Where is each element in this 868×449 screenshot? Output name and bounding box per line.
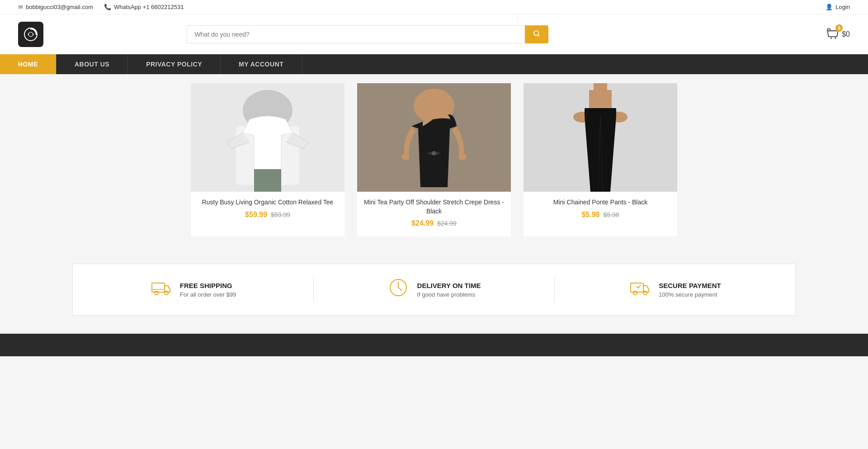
svg-rect-21: [585, 108, 616, 116]
phone-contact: 📞 WhatsApp +1 6602212531: [104, 4, 184, 10]
product-card[interactable]: Rusty Busy Living Organic Cotton Relaxed…: [191, 83, 344, 236]
product-card[interactable]: Mini Tea Party Off Shoulder Stretch Crep…: [357, 83, 511, 236]
product-info: Mini Chained Ponte Pants - Black $5.98 $…: [524, 192, 677, 228]
search-icon: [533, 30, 540, 37]
products-grid: Rusty Busy Living Organic Cotton Relaxed…: [72, 83, 796, 236]
feature-sub: 100% secure payment: [659, 291, 721, 298]
price-sale: $24.99: [411, 219, 434, 227]
products-section: Rusty Busy Living Organic Cotton Relaxed…: [0, 74, 868, 255]
feature-sub: For all order over $99: [180, 291, 236, 298]
svg-point-13: [432, 151, 436, 156]
product-image: [524, 83, 677, 192]
header: 0 $0: [0, 14, 868, 54]
feature-delivery: DELIVERY ON TIME If good have problems: [314, 277, 555, 302]
product-prices: $59.99 $59.99: [196, 211, 339, 219]
cart-total: $0: [842, 30, 850, 38]
svg-point-12: [414, 89, 454, 123]
product-prices: $5.98 $5.98: [529, 211, 672, 219]
feature-title: DELIVERY ON TIME: [417, 282, 481, 289]
feature-title: FREE SHIPPING: [180, 282, 236, 289]
svg-point-1: [29, 33, 33, 36]
phone-icon: 📞: [104, 4, 111, 10]
search-wrap: [187, 25, 548, 43]
phone-text: WhatsApp +1 6602212531: [114, 4, 184, 10]
logo[interactable]: [18, 22, 43, 47]
product-card[interactable]: Mini Chained Ponte Pants - Black $5.98 $…: [524, 83, 677, 236]
svg-rect-24: [152, 283, 165, 292]
top-bar: ✉ bobbigucci03@gmail.com 📞 WhatsApp +1 6…: [0, 0, 868, 14]
cart-wrap[interactable]: 0 $0: [826, 27, 850, 42]
product-name: Mini Chained Ponte Pants - Black: [529, 198, 672, 207]
feature-title: SECURE PAYMENT: [659, 282, 721, 289]
product-image: [191, 83, 344, 192]
email-contact: ✉ bobbigucci03@gmail.com: [18, 4, 93, 10]
product-image-dress: [357, 83, 511, 192]
svg-rect-10: [254, 169, 281, 192]
nav-item-home[interactable]: HOME: [0, 54, 57, 74]
feature-secure-payment: SECURE PAYMENT 100% secure payment: [555, 277, 795, 302]
search-button[interactable]: [525, 25, 548, 43]
top-bar-left: ✉ bobbigucci03@gmail.com 📞 WhatsApp +1 6…: [18, 4, 826, 10]
nav-item-privacy[interactable]: PRIVACY POLICY: [128, 54, 221, 74]
svg-point-2: [534, 31, 539, 36]
login-link[interactable]: Login: [835, 4, 850, 10]
product-image-tee: [191, 83, 344, 192]
svg-rect-29: [631, 283, 643, 292]
product-prices: $24.99 $24.99: [363, 219, 505, 227]
features-bar: FREE SHIPPING For all order over $99 DEL…: [72, 264, 796, 316]
price-original: $59.99: [271, 211, 290, 218]
email-icon: ✉: [18, 4, 23, 10]
product-name: Rusty Busy Living Organic Cotton Relaxed…: [196, 198, 339, 207]
secure-payment-icon: [629, 277, 651, 302]
nav-item-account[interactable]: MY ACCOUNT: [221, 54, 302, 74]
price-original: $24.99: [437, 220, 457, 227]
feature-text: SECURE PAYMENT 100% secure payment: [659, 282, 721, 298]
price-sale: $59.99: [245, 211, 267, 219]
logo-wrap[interactable]: [18, 22, 43, 47]
top-bar-right[interactable]: 👤 Login: [826, 4, 850, 10]
delivery-icon: [387, 277, 409, 302]
feature-sub: If good have problems: [417, 291, 481, 298]
feature-free-shipping: FREE SHIPPING For all order over $99: [73, 277, 314, 302]
svg-point-6: [835, 38, 836, 39]
email-text: bobbigucci03@gmail.com: [26, 4, 93, 10]
product-info: Rusty Busy Living Organic Cotton Relaxed…: [191, 192, 344, 228]
feature-text: FREE SHIPPING For all order over $99: [180, 282, 236, 298]
user-icon: 👤: [826, 4, 833, 10]
footer: [0, 334, 868, 356]
logo-icon: [23, 27, 38, 42]
svg-point-5: [830, 38, 832, 39]
cart-icon-wrap: 0: [826, 27, 839, 42]
product-name: Mini Tea Party Off Shoulder Stretch Crep…: [363, 198, 505, 216]
svg-line-3: [538, 35, 539, 36]
price-sale: $5.98: [581, 211, 599, 219]
svg-point-14: [401, 154, 410, 160]
product-info: Mini Tea Party Off Shoulder Stretch Crep…: [357, 192, 511, 236]
product-image-pants: [524, 83, 677, 192]
price-original: $5.98: [604, 211, 619, 218]
search-input[interactable]: [187, 25, 525, 43]
main-nav: HOME ABOUT US PRIVACY POLICY MY ACCOUNT: [0, 54, 868, 74]
feature-text: DELIVERY ON TIME If good have problems: [417, 282, 481, 298]
nav-item-about[interactable]: ABOUT US: [57, 54, 128, 74]
product-image: [357, 83, 511, 192]
free-shipping-icon: [150, 277, 172, 302]
svg-rect-18: [589, 90, 612, 108]
svg-point-15: [458, 154, 467, 160]
